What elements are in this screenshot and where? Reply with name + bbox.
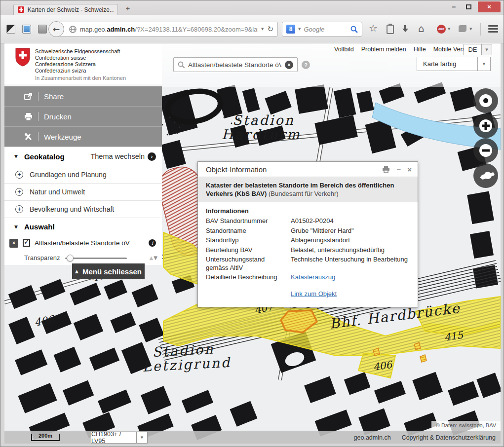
reload-button[interactable]: ↻ [267,25,273,34]
close-menu-label: Menü schliessen [82,267,142,276]
share-button[interactable]: Share [4,86,162,106]
collapse-triangle-icon[interactable]: ▼ [14,154,18,159]
new-tab-button[interactable]: + [123,4,133,12]
layer-remove-button[interactable]: × [9,239,18,248]
popup-minimize-icon[interactable]: − [396,165,401,174]
projection-caret-icon[interactable]: ▼ [137,432,148,444]
map-viewport: Stadion Hardturm Bhf. Hardbrücke Stadion… [4,43,501,444]
expand-plus-icon[interactable]: + [15,205,23,213]
map-style-select[interactable]: Karte farbig ▼ [417,57,491,71]
zoom-to-switzerland-button[interactable] [473,163,498,188]
info-label: Untersuchungsstand gemäss AltlV [206,256,284,272]
switzerland-outline-icon [473,163,498,188]
tools-icon [24,133,33,141]
clipboard-icon[interactable] [387,25,394,34]
popup-close-icon[interactable]: × [407,165,412,174]
toolbar-separator [480,23,481,36]
link-problem-melden[interactable]: Problem melden [361,46,406,53]
language-caret-icon[interactable]: ▼ [482,44,492,55]
language-value: DE [464,44,482,55]
search-go-icon[interactable] [350,26,358,33]
swiss-favicon [18,6,24,13]
expand-plus-icon[interactable]: + [15,171,23,179]
bookmark-star-icon[interactable]: ☆ [369,22,378,34]
window-minimize-button[interactable]: − [446,1,461,12]
geokatalog-header[interactable]: ▼ Geokatalog Thema wechseln › [4,147,162,166]
popup-header[interactable]: Objekt-Information − × [198,162,418,177]
language-select[interactable]: DE ▼ [464,44,492,55]
popup-layer-subtitle: Kataster der belasteten Standorte im Ber… [198,177,418,202]
adblock-dropdown-caret[interactable]: ▼ [448,27,450,31]
adblock-icon[interactable]: ABP [437,25,446,34]
back-button[interactable]: ← [48,21,64,37]
hamburger-menu-icon[interactable] [488,25,498,33]
info-value: Belastet, untersuchungsbedürftig [291,246,410,255]
catalog-item-bevoelkerung[interactable]: + Bevölkerung und Wirtschaft [4,200,162,218]
globe-icon [69,26,77,33]
scale-bar: 200m [31,434,60,441]
addon-icon[interactable] [459,25,466,32]
footer-links: geo.admin.ch Copyright & Datenschutzerkl… [354,431,496,444]
layer-info-button[interactable]: i [149,239,156,247]
map-search-box[interactable]: Altlasten/belastete Standorte öV × [173,57,298,72]
tools-button[interactable]: Werkzeuge [4,127,162,147]
zoom-out-icon [473,138,498,163]
share-icon [24,92,33,101]
map-style-caret-icon[interactable]: ▼ [478,57,491,71]
close-menu-button[interactable]: ▲ Menü schliessen [72,263,145,279]
collapse-triangle-icon[interactable]: ▼ [14,224,18,229]
zoom-in-button[interactable] [473,113,498,138]
projection-select[interactable]: CH1903+ / LV95 ▼ [91,432,148,444]
slider-track[interactable] [65,258,127,259]
search-input-value[interactable]: Altlasten/belastete Standorte öV [188,61,281,69]
info-label [206,290,284,298]
catalog-item-grundlagen[interactable]: + Grundlagen und Planung [4,166,162,183]
katasterauszug-link[interactable]: Katasterauszug [291,273,410,282]
slider-handle[interactable] [67,255,74,261]
addon-dropdown-caret[interactable]: ▼ [469,27,472,31]
search-help-button[interactable]: ? [302,61,310,69]
link-hilfe[interactable]: Hilfe [414,46,426,53]
url-dropdown-caret[interactable]: ▼ [261,27,264,31]
search-clear-button[interactable]: × [285,61,293,69]
popup-print-icon[interactable] [382,166,390,173]
copyright-link[interactable]: Copyright & Datenschutzerklärung [402,434,496,441]
expand-plus-icon[interactable]: + [15,188,23,196]
geolocate-button[interactable] [473,88,498,113]
quick-launch-icon-1[interactable] [6,25,15,34]
catalog-item-natur[interactable]: + Natur und Umwelt [4,183,162,200]
theme-switch-chevron-icon[interactable]: › [148,152,156,161]
selection-header[interactable]: ▼ Auswahl [4,218,162,235]
info-value: Technische Untersuchung in Bearbeitung [291,256,410,272]
google-engine-icon: 8 [286,25,295,34]
link-vollbild[interactable]: Vollbild [334,46,354,53]
link-zum-objekt[interactable]: Link zum Objekt [291,290,410,298]
window-maximize-button[interactable] [461,1,476,12]
geoadmin-link[interactable]: geo.admin.ch [354,434,391,441]
layer-reorder-buttons[interactable]: ▲▼ [150,255,158,261]
search-engine-box[interactable]: 8 ▼ Google [282,22,362,37]
info-value: A01502-P0204 [291,217,410,225]
popup-title: Objekt-Information [206,165,267,174]
theme-switch-link[interactable]: Thema wechseln [90,152,145,160]
info-label: Standorttyp [206,236,284,245]
zoom-out-button[interactable] [473,138,498,163]
engine-dropdown-caret[interactable]: ▼ [298,27,301,31]
url-bar[interactable]: map.geo.admin.ch/?X=249138.11&Y=680698.2… [56,22,278,37]
map-attribution[interactable]: © Daten: swisstopo, BAV [431,421,501,431]
transparency-label: Transparenz [24,254,60,261]
bottom-status-bar: 200m CH1903+ / LV95 ▼ geo.admin.ch Copyr… [4,431,501,444]
transparency-slider[interactable] [65,254,127,262]
collapse-up-icon: ▲ [75,269,78,274]
download-icon[interactable] [401,25,409,34]
print-button[interactable]: Drucken [4,107,162,126]
engine-placeholder: Google [304,26,348,33]
window-close-button[interactable]: × [478,1,501,12]
print-label: Drucken [44,112,72,121]
quick-launch-icon-2[interactable] [22,25,31,34]
quick-launch-icon-3[interactable] [38,25,47,34]
browser-tab[interactable]: Karten der Schweiz - Schweize... [13,4,118,15]
layer-checkbox[interactable]: ✓ [23,239,30,247]
header-links: Vollbild Problem melden Hilfe Mobile Ver… [334,46,474,53]
home-icon[interactable]: ⌂ [418,23,425,35]
